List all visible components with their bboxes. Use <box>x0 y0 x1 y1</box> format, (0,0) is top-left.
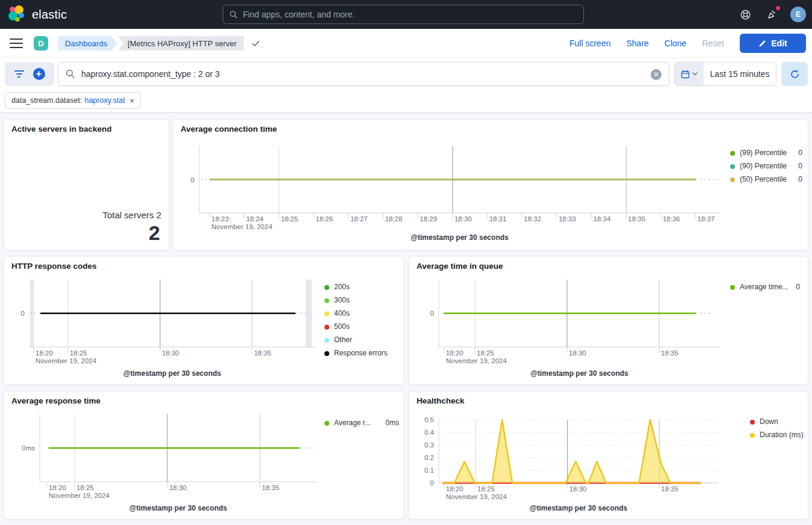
panel-average-time-in-queue: Average time in queue 18:20November 19, … <box>409 256 808 385</box>
clear-query-icon[interactable]: ✕ <box>651 69 662 80</box>
topbar-right-controls: E <box>737 0 806 29</box>
remove-filter-icon[interactable]: × <box>130 96 135 105</box>
healthcheck-chart[interactable]: 18:20November 19, 202418:2518:3018:3500.… <box>409 407 809 502</box>
legend-series-value: 0 <box>793 176 802 183</box>
svg-text:18:35: 18:35 <box>262 484 279 491</box>
legend-series-dot <box>730 151 735 156</box>
saved-check-icon <box>251 38 261 48</box>
svg-text:18:25: 18:25 <box>477 485 495 493</box>
clone-button[interactable]: Clone <box>665 38 687 48</box>
full-screen-button[interactable]: Full screen <box>569 38 610 48</box>
legend-series-dot <box>324 312 329 316</box>
svg-text:November 19, 2024: November 19, 2024 <box>36 357 97 364</box>
refresh-icon <box>790 69 800 79</box>
panel-title[interactable]: Average response time <box>11 396 101 405</box>
panel-title[interactable]: HTTP response codes <box>11 262 97 271</box>
legend-item[interactable]: Average r...0ms <box>324 419 399 427</box>
user-avatar[interactable]: E <box>790 7 806 22</box>
svg-text:18:35: 18:35 <box>661 349 678 357</box>
panel-average-response-time: Average response time 18:20November 19, … <box>4 391 404 520</box>
legend-item[interactable]: Down0 <box>750 418 812 426</box>
reset-button[interactable]: Reset <box>702 38 724 48</box>
svg-text:18:30: 18:30 <box>569 349 586 357</box>
legend-series-label: 200s <box>334 283 350 291</box>
svg-text:November 19, 2024: November 19, 2024 <box>446 357 507 364</box>
legend-item[interactable]: (99) Percentile0 <box>730 149 802 157</box>
svg-text:18:28: 18:28 <box>385 215 403 223</box>
calendar-dropdown-button[interactable] <box>675 63 704 85</box>
panel-title[interactable]: Average time in queue <box>417 262 503 271</box>
legend-item[interactable]: 500s <box>324 323 403 331</box>
legend-item[interactable]: (50) Percentile0 <box>730 176 802 183</box>
svg-text:18:36: 18:36 <box>663 215 680 223</box>
metric-label: Total servers 2 <box>102 210 161 220</box>
metric-value: 2 <box>149 221 160 245</box>
svg-text:0: 0 <box>430 479 434 487</box>
svg-text:18:31: 18:31 <box>489 215 507 223</box>
legend-series-label: Response errors <box>334 349 388 357</box>
panel-title[interactable]: Active servers in backend <box>11 124 112 134</box>
legend-series-value: 0 <box>791 283 800 291</box>
menu-icon[interactable] <box>10 37 23 49</box>
time-range-value[interactable]: Last 15 minutes <box>704 63 776 85</box>
pencil-icon <box>758 40 766 48</box>
svg-text:18:24: 18:24 <box>246 215 264 223</box>
breadcrumb-dashboards[interactable]: Dashboards <box>58 36 117 51</box>
legend-series-dot <box>324 338 329 343</box>
help-icon[interactable] <box>737 7 753 22</box>
legend-series-label: 400s <box>334 310 350 318</box>
svg-text:0.2: 0.2 <box>424 454 434 461</box>
news-feed-icon[interactable] <box>764 7 779 22</box>
legend-item[interactable]: 400s <box>324 310 403 318</box>
legend-series-label: Average r... <box>334 419 371 427</box>
legend-series-label: (50) Percentile <box>740 176 787 183</box>
chart-legend: 200s300s400s500sOtherResponse errors <box>324 283 403 363</box>
dashboard-actions: Full screen Share Clone Reset Edit <box>569 29 806 58</box>
legend-item[interactable]: Response errors <box>324 349 403 357</box>
svg-text:18:20: 18:20 <box>446 349 463 357</box>
filter-controls-group: + <box>5 62 54 86</box>
legend-item[interactable]: Average time...0 <box>730 283 800 291</box>
legend-series-label: Duration (ms) <box>760 431 804 439</box>
dashboard-grid: Active servers in backend Total servers … <box>0 112 812 525</box>
global-search-input[interactable] <box>243 10 577 19</box>
global-search-bar[interactable] <box>223 5 584 24</box>
svg-text:18:35: 18:35 <box>628 215 645 223</box>
filter-menu-icon[interactable] <box>14 70 24 78</box>
dataset-filter-pill[interactable]: data_stream.dataset: haproxy.stat × <box>5 92 141 109</box>
legend-series-label: 300s <box>334 296 350 304</box>
breadcrumb: Dashboards [Metrics HAProxy] HTTP server <box>58 36 261 51</box>
legend-item[interactable]: 300s <box>324 296 403 304</box>
svg-text:18:35: 18:35 <box>661 485 678 493</box>
edit-button[interactable]: Edit <box>740 34 806 53</box>
legend-item[interactable]: Duration (ms)0 <box>750 431 812 439</box>
x-axis-title: @timestamp per 30 seconds <box>439 504 718 512</box>
svg-text:18:25: 18:25 <box>70 349 87 357</box>
legend-item[interactable]: 200s <box>324 283 403 291</box>
filter-pill-row: data_stream.dataset: haproxy.stat × <box>0 90 812 112</box>
legend-series-dot <box>324 351 329 356</box>
add-filter-button[interactable]: + <box>33 68 45 80</box>
dashboards-app-badge[interactable]: D <box>34 36 48 51</box>
filter-pill-field: data_stream.dataset: <box>11 96 82 105</box>
average-connection-time-chart[interactable]: 18:23November 19, 202418:2418:2518:2618:… <box>173 141 809 233</box>
legend-series-dot <box>324 298 329 303</box>
panel-title[interactable]: Average connection time <box>181 124 277 134</box>
legend-item[interactable]: (90) Percentile0 <box>730 162 802 170</box>
refresh-button[interactable] <box>781 62 808 86</box>
legend-item[interactable]: Other <box>324 336 403 344</box>
filter-pill-value: haproxy.stat <box>84 96 125 105</box>
legend-series-label: 500s <box>334 323 350 331</box>
panel-title[interactable]: Healthcheck <box>417 396 465 405</box>
share-button[interactable]: Share <box>626 38 648 48</box>
kql-query-bar[interactable]: ✕ <box>58 62 669 86</box>
legend-series-label: Down <box>760 418 778 426</box>
notification-dot <box>775 5 781 11</box>
elastic-logo[interactable]: elastic <box>8 5 67 23</box>
svg-text:0: 0 <box>21 310 25 317</box>
legend-series-label: Other <box>334 336 352 344</box>
svg-text:18:25: 18:25 <box>281 215 299 223</box>
calendar-icon <box>681 70 690 79</box>
legend-series-label: Average time... <box>740 283 788 291</box>
query-input[interactable] <box>81 69 623 79</box>
